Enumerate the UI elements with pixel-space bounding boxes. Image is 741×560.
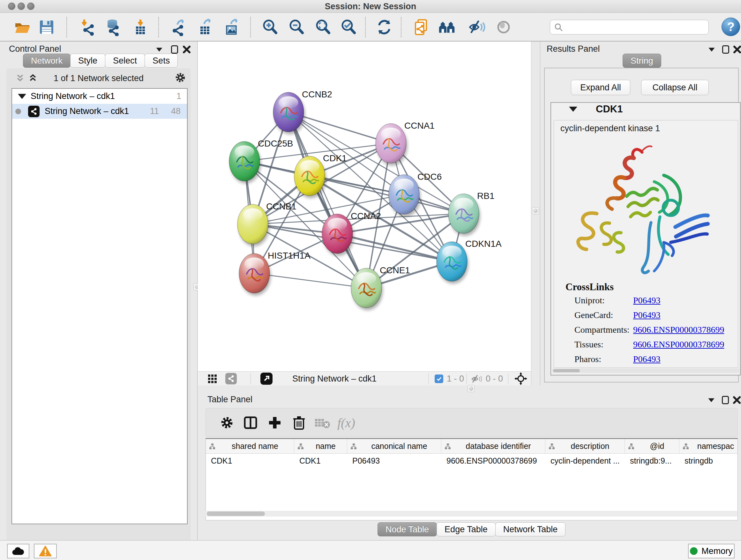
export-image-icon[interactable]: [222, 17, 241, 37]
network-options-gear-icon[interactable]: [175, 71, 186, 84]
table-cell[interactable]: stringdb: [679, 454, 738, 468]
crosslink-link[interactable]: P06493: [633, 354, 661, 364]
network-node-RB1[interactable]: RB1: [448, 191, 494, 236]
first-neighbors-icon[interactable]: [438, 17, 457, 37]
network-node-CDKN1A[interactable]: CDKN1A: [436, 239, 502, 284]
network-node-CDC6[interactable]: CDC6: [389, 172, 442, 217]
minimize-window-icon[interactable]: [17, 3, 25, 10]
column-header--id[interactable]: @id: [625, 439, 679, 453]
control-tab-style[interactable]: Style: [70, 54, 105, 68]
cloud-button[interactable]: [7, 544, 29, 558]
create-column-plus-icon[interactable]: [266, 414, 284, 432]
control-tab-network[interactable]: Network: [23, 54, 71, 68]
control-tab-select[interactable]: Select: [105, 54, 145, 68]
results-panel-close-icon[interactable]: [732, 44, 741, 56]
search-icon: [554, 23, 563, 32]
delete-table-icon[interactable]: [314, 414, 332, 432]
network-node-CDC25B[interactable]: CDC25B: [229, 138, 293, 184]
crosslink-link[interactable]: P06493: [633, 295, 661, 306]
table-options-gear-icon[interactable]: [218, 414, 236, 432]
results-panel-float-icon[interactable]: [720, 44, 731, 56]
crosslink-link[interactable]: P06493: [633, 310, 661, 320]
network-node-CCNA1[interactable]: CCNA1: [376, 121, 434, 166]
table-panel-float-icon[interactable]: [720, 394, 731, 406]
delete-column-trash-icon[interactable]: [290, 414, 308, 432]
export-table-icon[interactable]: [195, 17, 214, 37]
network-node-CCNA2[interactable]: CCNA2: [322, 211, 381, 256]
zoom-in-icon[interactable]: [260, 17, 280, 37]
help-icon[interactable]: ?: [722, 17, 740, 36]
crosslink-link[interactable]: 9606.ENSP00000378699: [633, 339, 724, 350]
table-panel-close-icon[interactable]: [731, 394, 741, 406]
show-columns-icon[interactable]: [242, 414, 259, 432]
hide-selected-eye-slash-icon[interactable]: [467, 17, 486, 37]
bottom-splitter-handle[interactable]: [468, 385, 475, 392]
memory-button[interactable]: Memory: [688, 544, 735, 558]
results-scrollbar[interactable]: [552, 368, 739, 373]
grid-view-icon[interactable]: [207, 374, 218, 385]
network-view[interactable]: CCNB2CCNA1CDC25BCDK1CDC6RB1CCNB1CCNA2CDK…: [198, 42, 531, 371]
column-header-namespac[interactable]: namespac: [679, 439, 738, 453]
function-builder-icon[interactable]: f(x): [337, 414, 355, 432]
selected-items-checkbox[interactable]: [434, 374, 443, 383]
network-node-HIST1H1A[interactable]: HIST1H1A: [239, 251, 311, 296]
table-row[interactable]: CDK1CDK1P064939606.ENSP00000378699cyclin…: [206, 454, 738, 468]
network-node-CDK1[interactable]: CDK1: [294, 153, 347, 198]
gene-disclosure-icon[interactable]: [569, 107, 577, 112]
zoom-out-icon[interactable]: [287, 17, 306, 37]
table-panel-menu-icon[interactable]: [706, 394, 717, 406]
open-session-icon[interactable]: [13, 17, 32, 37]
right-splitter-handle[interactable]: [532, 207, 539, 214]
table-cell[interactable]: CDK1: [294, 454, 347, 468]
table-tab-edge-table[interactable]: Edge Table: [436, 522, 495, 537]
control-tab-sets[interactable]: Sets: [145, 54, 178, 68]
show-all-eye-icon[interactable]: [494, 17, 513, 37]
save-session-icon[interactable]: [37, 17, 56, 37]
network-row[interactable]: String Network – cdk1 11 48: [12, 104, 187, 119]
export-network-icon[interactable]: [169, 17, 188, 37]
results-panel-menu-icon[interactable]: [706, 44, 717, 56]
column-header-name[interactable]: name: [294, 439, 347, 453]
network-edge-CCNB2-CCNE1[interactable]: [288, 112, 366, 288]
results-tab-string[interactable]: String: [623, 54, 661, 68]
column-header-database-identifier[interactable]: database identifier: [441, 439, 545, 453]
birdseye-view-icon[interactable]: [260, 373, 273, 385]
column-header-canonical-name[interactable]: canonical name: [347, 439, 441, 453]
zoom-selected-icon[interactable]: [339, 17, 358, 37]
table-scrollbar-thumb[interactable]: [207, 511, 265, 516]
column-header-description[interactable]: description: [545, 439, 625, 453]
table-cell[interactable]: cyclin-dependent ...: [545, 454, 625, 468]
results-scrollbar-thumb[interactable]: [553, 369, 580, 372]
table-horizontal-scrollbar[interactable]: [205, 511, 737, 516]
zoom-window-icon[interactable]: [27, 3, 35, 10]
network-node-CCNB1[interactable]: CCNB1: [238, 201, 296, 246]
network-node-CCNB2[interactable]: CCNB2: [273, 89, 332, 134]
network-share-icon[interactable]: [225, 373, 237, 384]
close-window-icon[interactable]: [8, 3, 15, 10]
collection-disclosure-icon[interactable]: [18, 94, 26, 99]
network-node-CCNE1[interactable]: CCNE1: [351, 265, 410, 310]
network-collection-row[interactable]: String Network – cdk1 1: [12, 89, 187, 104]
crosslink-link[interactable]: 9606.ENSP00000378699: [633, 325, 724, 335]
control-panel-close-icon[interactable]: [181, 44, 192, 56]
import-network-from-database-icon[interactable]: [103, 17, 122, 37]
import-table-from-file-icon[interactable]: [131, 17, 150, 37]
expand-all-button[interactable]: Expand All: [571, 80, 630, 95]
table-cell[interactable]: 9606.ENSP00000378699: [441, 454, 545, 468]
zoom-fit-icon[interactable]: [313, 17, 333, 37]
hidden-items-eye-slash-icon[interactable]: [471, 374, 482, 385]
column-header-shared-name[interactable]: shared name: [206, 439, 294, 453]
network-edge-CCNE1-HIST1H1A[interactable]: [254, 273, 366, 288]
search-input[interactable]: [550, 20, 709, 35]
table-tab-network-table[interactable]: Network Table: [495, 522, 566, 537]
table-cell[interactable]: stringdb:9...: [625, 454, 679, 468]
new-network-from-selection-icon[interactable]: [412, 17, 431, 37]
table-tab-node-table[interactable]: Node Table: [378, 522, 437, 537]
import-network-from-file-icon[interactable]: [78, 17, 98, 37]
collapse-all-button[interactable]: Collapse All: [641, 80, 709, 95]
fit-selected-crosshair-icon[interactable]: [515, 372, 527, 386]
warnings-button[interactable]: [34, 544, 57, 558]
apply-preferred-layout-icon[interactable]: [375, 17, 394, 37]
table-cell[interactable]: CDK1: [206, 454, 294, 468]
table-cell[interactable]: P06493: [347, 454, 441, 468]
